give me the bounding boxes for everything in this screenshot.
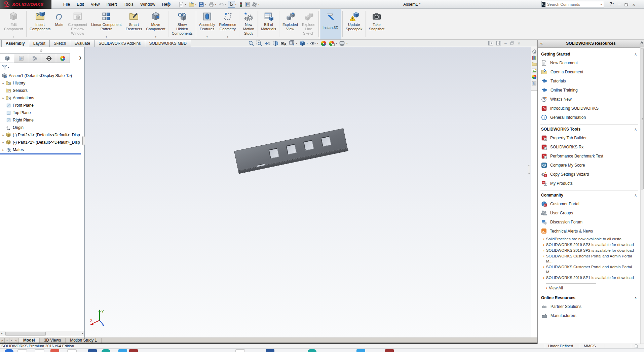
apply-scene-dropdown-icon[interactable]: ▾ [336, 42, 337, 45]
taskbar-app-icon[interactable] [67, 349, 77, 352]
expand-icon[interactable]: ▸ [1, 82, 5, 85]
open-dropdown-icon[interactable]: ▾ [195, 3, 197, 6]
taskbar-app-icon[interactable] [88, 349, 97, 352]
news-item[interactable]: ›SOLIDWORKS 2019 SP1 is available for do… [543, 275, 639, 281]
ribbon-button-linear-component-pattern[interactable]: Linear Component Pattern▾ [89, 9, 124, 39]
tab-model[interactable]: Model [19, 338, 40, 343]
collapse-section-icon[interactable]: ∧ [634, 296, 637, 300]
taskpane-scrollbar[interactable] [640, 47, 644, 344]
tab-propertymanager[interactable] [14, 54, 28, 63]
hide-show-items-dropdown-icon[interactable]: ▾ [317, 42, 318, 45]
scroll-left-icon[interactable]: ◂ [1, 332, 2, 335]
item-compare-my-score[interactable]: Compare My Score [540, 161, 639, 170]
ribbon-button-show-hidden-components[interactable]: Show Hidden Components [169, 9, 194, 39]
tree-item-sensors[interactable]: Sensors [0, 87, 84, 94]
ribbon-button-new-motion-study[interactable]: New Motion Study [240, 9, 257, 39]
tree-item-origin[interactable]: Origin [0, 124, 84, 131]
ribbon-button-move-component[interactable]: Move Component▾ [144, 9, 167, 39]
tree-item-annotations[interactable]: ▸AAnnotations [0, 94, 84, 102]
new-dropdown-icon[interactable]: ▾ [185, 3, 186, 6]
expand-icon[interactable]: ▸ [1, 141, 5, 144]
doc-minimize-icon[interactable]: – [504, 41, 507, 45]
tab-solidworks-add-ins[interactable]: SOLIDWORKS Add-Ins [94, 40, 145, 47]
expand-icon[interactable]: ▸ [1, 97, 5, 100]
taskpane-pin-icon[interactable] [639, 41, 644, 45]
tab-scroll-right-icon[interactable]: ▸ [9, 338, 14, 343]
tab-layout[interactable]: Layout [29, 40, 50, 47]
news-item[interactable]: ›SOLIDWORKS 2019 SP3 is available for do… [543, 242, 639, 248]
item-tutorials[interactable]: Tutorials [540, 76, 639, 85]
zoom-to-fit-icon[interactable] [248, 40, 254, 46]
item-new-document[interactable]: New Document [540, 58, 639, 67]
taskpane-scrollbar-thumb[interactable] [641, 48, 644, 189]
menu-view[interactable]: View [87, 0, 103, 9]
taskbar-app-icon[interactable] [35, 349, 44, 352]
tab-solidworks-mbd[interactable]: SOLIDWORKS MBD [145, 40, 191, 47]
view-orientation-icon[interactable] [289, 40, 295, 46]
tree-item-part2[interactable]: ▸(-) Part2<1> (Default<<Default>_Disp [0, 131, 84, 139]
doc-close-icon[interactable]: × [518, 41, 521, 45]
select-button[interactable] [228, 1, 235, 8]
menu-file[interactable]: File [60, 0, 73, 9]
dynamic-annotation-views-icon[interactable]: A [280, 40, 287, 46]
assembly-part-plate[interactable] [234, 128, 347, 171]
doc-restore-icon[interactable] [510, 41, 514, 45]
select-dropdown-icon[interactable]: ▾ [235, 3, 237, 6]
search-commands-box[interactable]: >_ ▾ [541, 1, 604, 7]
item-discussion-forum[interactable]: Discussion Forum [540, 217, 639, 226]
previous-view-icon[interactable] [264, 40, 270, 46]
collapse-section-icon[interactable]: ∧ [634, 52, 637, 57]
ribbon-button-assembly-features[interactable]: Assembly Features▾ [197, 9, 217, 39]
tab-scroll-left-icon[interactable]: ◂ [5, 338, 9, 343]
view-settings-icon[interactable] [339, 40, 345, 46]
view-all-link[interactable]: ›View All [543, 286, 639, 290]
save-button[interactable] [198, 1, 205, 8]
item-performance-benchmark-test[interactable]: RxPerformance Benchmark Test [540, 151, 639, 161]
menu-edit[interactable]: Edit [73, 0, 87, 9]
panel-splitter-handle[interactable] [40, 49, 42, 52]
search-icon[interactable] [600, 2, 601, 7]
ribbon-button-update-speedpak[interactable]: Update Speedpak [344, 9, 365, 39]
search-dropdown-icon[interactable]: ▾ [601, 3, 602, 6]
taskbar-app-icon[interactable] [235, 349, 245, 352]
minimize-button[interactable]: – [618, 2, 620, 7]
item-general-information[interactable]: General Information [540, 113, 639, 122]
item-partner-solutions[interactable]: Partner Solutions [540, 302, 639, 311]
ribbon-button-instant3d[interactable]: Instant3D [320, 9, 341, 39]
ribbon-button-component-preview-window[interactable]: Component Preview Window [66, 9, 89, 39]
scroll-right-icon[interactable]: ▸ [82, 332, 83, 335]
restore-button[interactable] [624, 3, 628, 6]
help-button[interactable]: ?▾ [609, 1, 615, 6]
news-item[interactable]: ›SolidPractices are now available to all… [543, 236, 639, 242]
panel-tabs-expand-icon[interactable]: ❯ [79, 56, 82, 60]
view-palette-tab-icon[interactable] [532, 68, 537, 73]
section-community[interactable]: Community∧ [540, 191, 639, 199]
ribbon-button-explode-line-sketch[interactable]: Explode Line Sketch [300, 9, 317, 39]
taskbar-app-icon[interactable] [129, 349, 138, 352]
tab-featuremanager-design-tree[interactable] [0, 54, 14, 63]
item-customer-portal[interactable]: Customer Portal [540, 199, 639, 208]
close-button[interactable]: × [632, 2, 635, 7]
news-item[interactable]: ›SOLIDWORKS Customer Portal and Admin Po… [543, 253, 639, 264]
expand-icon[interactable]: ▸ [1, 148, 5, 151]
tree-item-assembly-root[interactable]: Assem1 (Default<Display State-1>) [0, 72, 84, 79]
ribbon-button-reference-geometry[interactable]: Reference Geometry▾ [217, 9, 238, 39]
tree-item-top-plane[interactable]: Top Plane [0, 109, 84, 116]
tab-evaluate[interactable]: Evaluate [70, 40, 94, 47]
options-dropdown-icon[interactable]: ▾ [258, 3, 260, 6]
tab-configurationmanager[interactable] [28, 54, 42, 63]
taskbar-app-icon[interactable] [5, 349, 13, 352]
graphics-viewport[interactable]: Y X [85, 47, 531, 338]
taskbar-app-icon[interactable] [308, 349, 316, 352]
item-online-training[interactable]: Online Training [540, 85, 639, 95]
view-settings-dropdown-icon[interactable]: ▾ [346, 42, 348, 45]
file-properties-button[interactable] [244, 1, 251, 7]
zoom-to-area-icon[interactable] [256, 40, 262, 46]
tab-assembly[interactable]: Assembly [1, 40, 29, 47]
edit-appearance-icon[interactable] [320, 40, 327, 46]
tab-dimxpertmanager[interactable] [42, 54, 56, 63]
item-property-tab-builder[interactable]: Property Tab Builder [540, 133, 639, 142]
taskbar-app-icon[interactable] [356, 349, 365, 352]
appearances-scenes-tab-icon[interactable] [532, 74, 537, 79]
search-input[interactable] [546, 2, 600, 7]
